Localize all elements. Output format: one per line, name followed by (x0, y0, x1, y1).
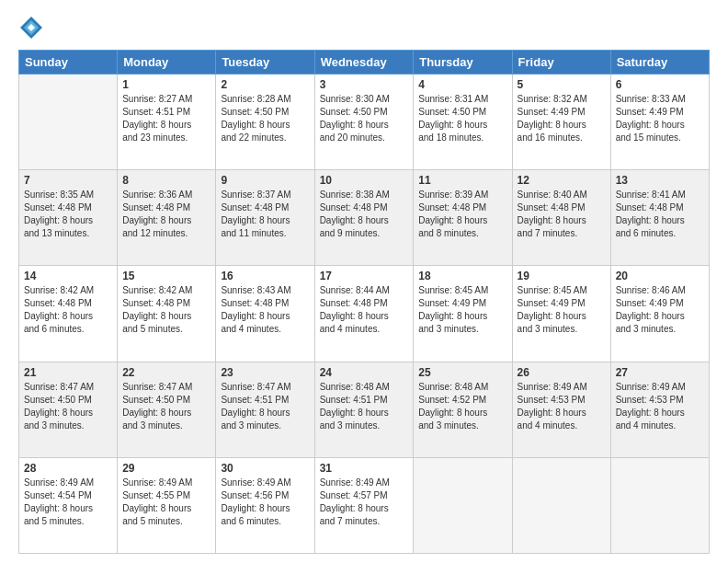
calendar-cell (512, 457, 610, 553)
day-number: 17 (320, 270, 409, 282)
calendar-cell (19, 75, 118, 170)
day-info: Sunrise: 8:45 AM Sunset: 4:49 PM Dayligh… (518, 284, 606, 336)
day-number: 13 (616, 174, 704, 187)
calendar-cell: 26Sunrise: 8:49 AM Sunset: 4:53 PM Dayli… (512, 362, 610, 457)
week-row-3: 21Sunrise: 8:47 AM Sunset: 4:50 PM Dayli… (19, 362, 710, 457)
calendar-cell: 27Sunrise: 8:49 AM Sunset: 4:53 PM Dayli… (610, 362, 709, 457)
day-number: 12 (518, 174, 606, 187)
day-number: 15 (122, 270, 210, 282)
calendar-cell: 29Sunrise: 8:49 AM Sunset: 4:55 PM Dayli… (118, 457, 216, 553)
day-info: Sunrise: 8:36 AM Sunset: 4:48 PM Dayligh… (122, 189, 210, 240)
header (18, 15, 710, 40)
day-number: 8 (122, 174, 210, 187)
header-day-wednesday: Wednesday (314, 51, 414, 75)
day-info: Sunrise: 8:41 AM Sunset: 4:48 PM Dayligh… (616, 189, 704, 240)
day-number: 20 (616, 270, 704, 282)
day-info: Sunrise: 8:49 AM Sunset: 4:56 PM Dayligh… (221, 477, 309, 528)
day-number: 1 (122, 78, 210, 91)
calendar-cell: 2Sunrise: 8:28 AM Sunset: 4:50 PM Daylig… (216, 75, 314, 170)
day-number: 7 (24, 174, 112, 187)
day-info: Sunrise: 8:35 AM Sunset: 4:48 PM Dayligh… (24, 189, 112, 240)
day-info: Sunrise: 8:31 AM Sunset: 4:50 PM Dayligh… (418, 93, 506, 144)
day-number: 29 (122, 462, 210, 475)
calendar-cell: 18Sunrise: 8:45 AM Sunset: 4:49 PM Dayli… (414, 266, 512, 362)
calendar-cell: 15Sunrise: 8:42 AM Sunset: 4:48 PM Dayli… (118, 266, 216, 362)
day-number: 27 (616, 366, 704, 379)
day-number: 4 (418, 78, 506, 91)
day-number: 2 (221, 78, 309, 91)
week-row-0: 1Sunrise: 8:27 AM Sunset: 4:51 PM Daylig… (19, 75, 710, 170)
day-info: Sunrise: 8:42 AM Sunset: 4:48 PM Dayligh… (122, 284, 210, 336)
day-number: 9 (221, 174, 309, 187)
calendar-cell: 9Sunrise: 8:37 AM Sunset: 4:48 PM Daylig… (216, 170, 314, 266)
day-info: Sunrise: 8:49 AM Sunset: 4:53 PM Dayligh… (518, 381, 606, 432)
week-row-2: 14Sunrise: 8:42 AM Sunset: 4:48 PM Dayli… (19, 266, 710, 362)
calendar-cell: 24Sunrise: 8:48 AM Sunset: 4:51 PM Dayli… (314, 362, 414, 457)
calendar-cell: 8Sunrise: 8:36 AM Sunset: 4:48 PM Daylig… (118, 170, 216, 266)
day-number: 3 (320, 78, 409, 91)
day-number: 16 (221, 270, 309, 282)
day-info: Sunrise: 8:42 AM Sunset: 4:48 PM Dayligh… (24, 284, 112, 336)
day-info: Sunrise: 8:30 AM Sunset: 4:50 PM Dayligh… (320, 93, 409, 144)
day-info: Sunrise: 8:49 AM Sunset: 4:53 PM Dayligh… (616, 381, 704, 432)
calendar-cell: 11Sunrise: 8:39 AM Sunset: 4:48 PM Dayli… (414, 170, 512, 266)
calendar-cell: 16Sunrise: 8:43 AM Sunset: 4:48 PM Dayli… (216, 266, 314, 362)
calendar-cell: 6Sunrise: 8:33 AM Sunset: 4:49 PM Daylig… (610, 75, 709, 170)
calendar-cell: 20Sunrise: 8:46 AM Sunset: 4:49 PM Dayli… (610, 266, 709, 362)
calendar-cell: 5Sunrise: 8:32 AM Sunset: 4:49 PM Daylig… (512, 75, 610, 170)
day-number: 18 (418, 270, 506, 282)
day-info: Sunrise: 8:27 AM Sunset: 4:51 PM Dayligh… (122, 93, 210, 144)
day-info: Sunrise: 8:44 AM Sunset: 4:48 PM Dayligh… (320, 284, 409, 336)
header-day-tuesday: Tuesday (216, 51, 314, 75)
day-number: 21 (24, 366, 112, 379)
day-info: Sunrise: 8:38 AM Sunset: 4:48 PM Dayligh… (320, 189, 409, 240)
day-info: Sunrise: 8:37 AM Sunset: 4:48 PM Dayligh… (221, 189, 309, 240)
day-info: Sunrise: 8:33 AM Sunset: 4:49 PM Dayligh… (616, 93, 704, 144)
calendar-cell: 13Sunrise: 8:41 AM Sunset: 4:48 PM Dayli… (610, 170, 709, 266)
calendar-cell: 19Sunrise: 8:45 AM Sunset: 4:49 PM Dayli… (512, 266, 610, 362)
day-number: 19 (518, 270, 606, 282)
week-row-4: 28Sunrise: 8:49 AM Sunset: 4:54 PM Dayli… (19, 457, 710, 553)
day-info: Sunrise: 8:49 AM Sunset: 4:54 PM Dayligh… (24, 477, 112, 528)
day-info: Sunrise: 8:47 AM Sunset: 4:50 PM Dayligh… (122, 381, 210, 432)
day-number: 28 (24, 462, 112, 475)
day-info: Sunrise: 8:46 AM Sunset: 4:49 PM Dayligh… (616, 284, 704, 336)
calendar-cell (414, 457, 512, 553)
day-number: 30 (221, 462, 309, 475)
day-number: 14 (24, 270, 112, 282)
day-number: 23 (221, 366, 309, 379)
day-number: 11 (418, 174, 506, 187)
logo-icon (18, 15, 44, 40)
day-number: 31 (320, 462, 409, 475)
day-info: Sunrise: 8:49 AM Sunset: 4:57 PM Dayligh… (320, 477, 409, 528)
day-number: 26 (518, 366, 606, 379)
day-number: 22 (122, 366, 210, 379)
header-day-saturday: Saturday (610, 51, 709, 75)
page: SundayMondayTuesdayWednesdayThursdayFrid… (0, 0, 728, 563)
calendar-cell: 7Sunrise: 8:35 AM Sunset: 4:48 PM Daylig… (19, 170, 118, 266)
day-info: Sunrise: 8:43 AM Sunset: 4:48 PM Dayligh… (221, 284, 309, 336)
calendar-cell: 30Sunrise: 8:49 AM Sunset: 4:56 PM Dayli… (216, 457, 314, 553)
day-number: 6 (616, 78, 704, 91)
header-day-sunday: Sunday (19, 51, 118, 75)
day-number: 25 (418, 366, 506, 379)
day-info: Sunrise: 8:48 AM Sunset: 4:52 PM Dayligh… (418, 381, 506, 432)
calendar-table: SundayMondayTuesdayWednesdayThursdayFrid… (18, 50, 710, 554)
day-info: Sunrise: 8:48 AM Sunset: 4:51 PM Dayligh… (320, 381, 409, 432)
calendar-cell: 28Sunrise: 8:49 AM Sunset: 4:54 PM Dayli… (19, 457, 118, 553)
day-info: Sunrise: 8:47 AM Sunset: 4:51 PM Dayligh… (221, 381, 309, 432)
calendar-cell: 3Sunrise: 8:30 AM Sunset: 4:50 PM Daylig… (314, 75, 414, 170)
calendar-cell: 10Sunrise: 8:38 AM Sunset: 4:48 PM Dayli… (314, 170, 414, 266)
calendar-cell: 31Sunrise: 8:49 AM Sunset: 4:57 PM Dayli… (314, 457, 414, 553)
calendar-cell: 17Sunrise: 8:44 AM Sunset: 4:48 PM Dayli… (314, 266, 414, 362)
calendar-cell: 23Sunrise: 8:47 AM Sunset: 4:51 PM Dayli… (216, 362, 314, 457)
calendar-cell: 25Sunrise: 8:48 AM Sunset: 4:52 PM Dayli… (414, 362, 512, 457)
header-day-monday: Monday (118, 51, 216, 75)
calendar-cell: 12Sunrise: 8:40 AM Sunset: 4:48 PM Dayli… (512, 170, 610, 266)
week-row-1: 7Sunrise: 8:35 AM Sunset: 4:48 PM Daylig… (19, 170, 710, 266)
calendar-cell (610, 457, 709, 553)
calendar-cell: 14Sunrise: 8:42 AM Sunset: 4:48 PM Dayli… (19, 266, 118, 362)
day-number: 5 (518, 78, 606, 91)
day-info: Sunrise: 8:32 AM Sunset: 4:49 PM Dayligh… (518, 93, 606, 144)
calendar-cell: 22Sunrise: 8:47 AM Sunset: 4:50 PM Dayli… (118, 362, 216, 457)
